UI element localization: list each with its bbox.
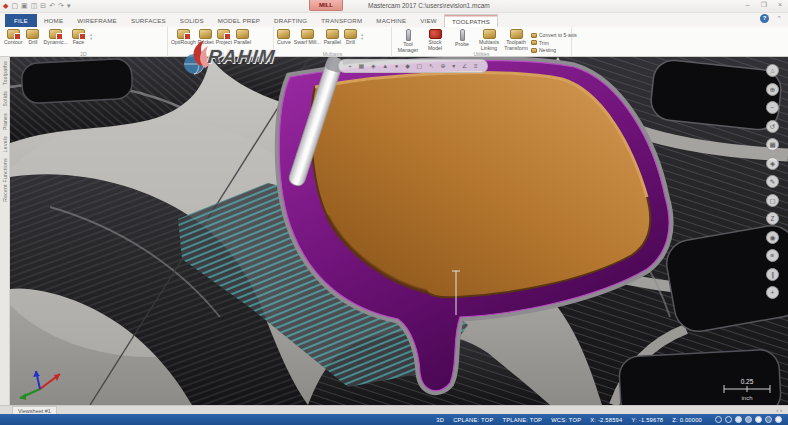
status-dimension-mode[interactable]: 3D <box>436 417 444 423</box>
status-wcs[interactable]: WCS: TOP <box>551 417 581 423</box>
customize-toolbar-chevron-icon[interactable]: ▾ <box>67 1 71 11</box>
view-shading-icon[interactable]: ◈ <box>766 157 779 170</box>
status-toggle-icon[interactable] <box>765 416 772 423</box>
mastercam-window: ◆ ▢ ▣ ◫ ⊟ ↶ ↷ ▾ MILL Mastercam 2017 C:\u… <box>0 0 788 425</box>
panel-tab-toolpaths[interactable]: Toolpaths <box>2 61 8 85</box>
restore-button[interactable]: ❐ <box>761 1 767 9</box>
parallel-multiaxis-button[interactable]: Parallel <box>324 29 341 46</box>
toolpath-transform-button[interactable]: Toolpath Transform <box>504 29 528 51</box>
status-toggle-icon[interactable] <box>745 416 752 423</box>
graphics-viewport[interactable]: 0.25 inch <box>10 57 788 405</box>
drill-multiaxis-button[interactable]: Drill <box>344 29 357 46</box>
title-bar: ◆ ▢ ▣ ◫ ⊟ ↶ ↷ ▾ MILL Mastercam 2017 C:\u… <box>0 0 788 13</box>
view-levels-icon[interactable]: ≡ <box>766 249 779 262</box>
panel-tab-solids[interactable]: Solids <box>2 91 8 106</box>
ribbon-group-multiaxis: Curve Swarf Mill... Parallel Drill ▴▾ Mu… <box>274 27 392 57</box>
status-toggle-icon[interactable] <box>775 416 782 423</box>
status-toggle-icon[interactable] <box>755 416 762 423</box>
contour-button[interactable]: Contour <box>4 29 22 46</box>
selbar-icon-8[interactable]: ⊕ <box>441 60 446 72</box>
tab-wireframe[interactable]: WIREFRAME <box>70 14 124 27</box>
status-toggle-icon[interactable] <box>715 416 722 423</box>
save-icon[interactable]: ◫ <box>31 1 38 11</box>
tab-surfaces[interactable]: SURFACES <box>124 14 173 27</box>
tab-home[interactable]: HOME <box>37 14 70 27</box>
dynamic-mill-button[interactable]: Dynamic... <box>43 29 68 46</box>
new-file-icon[interactable]: ▢ <box>11 1 18 11</box>
tab-model-prep[interactable]: MODEL PREP <box>211 14 267 27</box>
redo-icon[interactable]: ↷ <box>58 1 64 11</box>
viewsheet-tab[interactable]: Viewsheet #1 <box>12 406 57 414</box>
tab-toolpaths[interactable]: TOOLPATHS <box>444 14 498 27</box>
tab-drafting[interactable]: DRAFTING <box>267 14 314 27</box>
face-button[interactable]: Face <box>72 29 85 46</box>
selbar-icon-9[interactable]: ▾ <box>452 60 455 72</box>
tab-solids[interactable]: SOLIDS <box>173 14 211 27</box>
selbar-icon-1[interactable]: ▦ <box>359 60 365 72</box>
trim-icon <box>531 40 537 45</box>
view-add-icon[interactable]: + <box>766 286 779 299</box>
selbar-icon-3[interactable]: ▲ <box>382 60 388 72</box>
view-zoom-in-icon[interactable]: ⊕ <box>766 83 779 96</box>
tab-view[interactable]: VIEW <box>413 14 444 27</box>
optirough-button[interactable]: OptiRough <box>171 29 196 46</box>
curve-button[interactable]: Curve <box>277 29 291 46</box>
viewsheet-prev-icon[interactable]: ‹ <box>776 407 778 413</box>
curve-icon <box>277 29 290 39</box>
minimize-button[interactable]: – <box>746 1 750 9</box>
selbar-icon-11[interactable]: ≡ <box>474 60 478 72</box>
trim-button[interactable]: Trim <box>531 40 577 46</box>
tab-file[interactable]: FILE <box>5 14 37 27</box>
selbar-icon-6[interactable]: ▢ <box>416 60 422 72</box>
drill-button[interactable]: Drill <box>26 29 39 46</box>
viewsheet-next-icon[interactable]: › <box>780 407 782 413</box>
stock-model-icon <box>429 29 442 39</box>
status-toggle-icon[interactable] <box>725 416 732 423</box>
view-rotate-icon[interactable]: ↺ <box>766 120 779 133</box>
panel-tab-levels[interactable]: Levels <box>2 136 8 152</box>
tool-manager-button[interactable]: Tool Manager <box>396 29 420 53</box>
swarf-milling-button[interactable]: Swarf Mill... <box>294 29 321 46</box>
selbar-icon-0[interactable]: + <box>348 60 352 72</box>
open-file-icon[interactable]: ▣ <box>21 1 28 11</box>
mill-contextual-badge[interactable]: MILL <box>309 0 343 11</box>
selbar-icon-4[interactable]: ● <box>395 60 399 72</box>
tab-transform[interactable]: TRANSFORM <box>314 14 369 27</box>
scale-units: inch <box>741 395 752 401</box>
pocket-button[interactable]: Pocket <box>198 29 214 46</box>
view-section-icon[interactable]: ∥ <box>766 268 779 281</box>
parallel-3d-button[interactable]: Parallel <box>234 29 251 46</box>
help-icon[interactable]: ? <box>760 14 769 23</box>
face-icon <box>72 29 85 39</box>
selbar-icon-7[interactable]: ↖ <box>429 60 434 72</box>
panel-tab-planes[interactable]: Planes <box>2 113 8 130</box>
undo-icon[interactable]: ↶ <box>49 1 55 11</box>
selbar-icon-5[interactable]: ◆ <box>405 60 410 72</box>
view-wireframe-icon[interactable]: ▢ <box>766 194 779 207</box>
close-button[interactable]: × <box>778 1 782 9</box>
view-home-icon[interactable]: ⌂ <box>766 64 779 77</box>
swarf-milling-icon <box>301 29 314 39</box>
collapse-ribbon-icon[interactable]: ⌃ <box>776 15 782 23</box>
status-toggle-icon[interactable] <box>735 416 742 423</box>
view-grid-icon[interactable]: ▦ <box>766 138 779 151</box>
view-zoom-out-icon[interactable]: − <box>766 101 779 114</box>
convert-to-5axis-button[interactable]: Convert to 5-axis <box>531 32 577 38</box>
selbar-icon-2[interactable]: ◈ <box>371 60 376 72</box>
project-button[interactable]: Project <box>216 29 232 46</box>
gallery-scroll-arrows[interactable]: ▴▾ <box>360 29 364 41</box>
view-target-icon[interactable]: ◉ <box>766 231 779 244</box>
print-icon[interactable]: ⊟ <box>40 1 46 11</box>
status-tplane[interactable]: TPLANE: TOP <box>502 417 542 423</box>
tab-machine[interactable]: MACHINE <box>369 14 413 27</box>
probe-button[interactable]: Probe <box>450 29 474 48</box>
panel-tab-recent-functions[interactable]: Recent Functions <box>2 158 8 202</box>
gallery-scroll-arrows[interactable]: ▴▾ <box>89 29 93 41</box>
view-sketch-icon[interactable]: ✎ <box>766 175 779 188</box>
stock-model-button[interactable]: Stock Model <box>423 29 447 51</box>
view-zaxis-icon[interactable]: Z <box>766 212 779 225</box>
status-cplane[interactable]: CPLANE: TOP <box>453 417 493 423</box>
app-icon[interactable]: ◆ <box>3 1 8 11</box>
selbar-icon-10[interactable]: ∠ <box>462 60 467 72</box>
multiaxis-linking-button[interactable]: Multiaxis Linking <box>477 29 501 51</box>
